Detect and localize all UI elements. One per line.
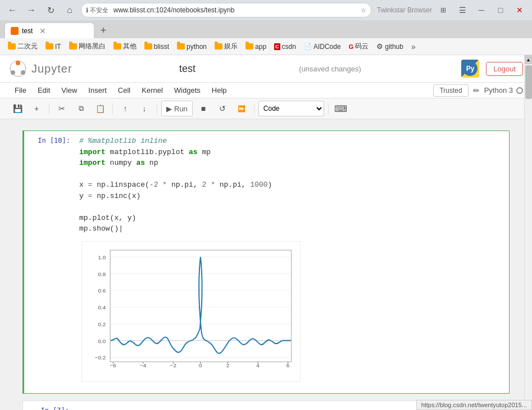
svg-text:0.6: 0.6 <box>98 287 106 294</box>
menu-edit[interactable]: Edit <box>32 84 56 97</box>
restart-run-button[interactable]: ⏩ <box>233 101 250 116</box>
browser-name: Twinkstar Browser <box>377 6 432 14</box>
forward-button[interactable]: → <box>24 2 39 18</box>
new-tab-button[interactable]: + <box>96 22 111 38</box>
save-button[interactable]: 💾 <box>9 101 26 116</box>
svg-text:0.0: 0.0 <box>98 337 106 344</box>
bookmark-网络黑白[interactable]: 网络黑白 <box>66 40 109 53</box>
code-cell-1[interactable]: In [10]: # %matplotlib inline import mat… <box>22 130 510 394</box>
tab-bar: test ✕ + <box>0 20 532 38</box>
menu-kernel[interactable]: Kernel <box>136 84 169 97</box>
header-right: Py Logout <box>461 60 523 78</box>
kernel-name: Python 3 <box>484 86 513 94</box>
menu-cell[interactable]: Cell <box>112 84 136 97</box>
menu-view[interactable]: View <box>56 84 83 97</box>
bookmark-label: 二次元 <box>17 42 38 51</box>
bookmark-python[interactable]: python <box>174 41 210 52</box>
move-down-button[interactable]: ↓ <box>136 101 153 116</box>
menu-bar: File Edit View Insert Cell Kernel Widget… <box>0 83 532 98</box>
bookmark-app[interactable]: app <box>242 41 270 52</box>
bookmark-label: 其他 <box>123 42 137 51</box>
menu-help[interactable]: Help <box>206 84 233 97</box>
bookmark-IT[interactable]: IT <box>42 41 65 52</box>
svg-text:0.4: 0.4 <box>98 304 106 310</box>
run-label: Run <box>174 105 188 113</box>
bookmark-github[interactable]: ⚙ github <box>373 40 407 52</box>
trusted-button[interactable]: Trusted <box>433 84 468 97</box>
folder-icon <box>8 43 16 49</box>
bookmark-二次元[interactable]: 二次元 <box>4 40 41 53</box>
toolbar: 💾 + ✂ ⧉ 📋 ↑ ↓ ▶ Run ■ ↺ ⏩ Code Markdown … <box>0 98 532 119</box>
settings-button[interactable]: ☰ <box>454 2 470 18</box>
bookmark-娱乐[interactable]: 娱乐 <box>211 40 241 53</box>
python-logo: Py <box>461 60 479 78</box>
svg-text:Py: Py <box>466 65 475 73</box>
refresh-button[interactable]: ↻ <box>43 2 58 18</box>
svg-text:1.0: 1.0 <box>98 254 106 260</box>
scrollbar-area <box>525 64 532 401</box>
cell-content-1[interactable]: # %matplotlib inline import matplotlib.p… <box>75 131 509 393</box>
menu-file[interactable]: File <box>9 84 32 97</box>
bookmarks-more-button[interactable]: » <box>408 40 419 53</box>
folder-icon <box>46 43 53 49</box>
bookmark-aidcode[interactable]: 📄 AIDCode <box>301 41 344 52</box>
folder-icon <box>245 43 253 49</box>
bookmark-label: AIDCode <box>313 43 341 51</box>
interrupt-button[interactable]: ■ <box>195 101 212 116</box>
cut-cell-button[interactable]: ✂ <box>53 101 70 116</box>
copy-cell-button[interactable]: ⧉ <box>72 101 89 116</box>
jupyter-logo-icon <box>9 60 27 78</box>
bookmark-blisst[interactable]: blisst <box>141 41 172 52</box>
cell-prompt-1: In [10]: <box>24 131 75 393</box>
cell-prompt-text-2: In [7]: <box>40 407 69 411</box>
restart-button[interactable]: ↺ <box>214 101 231 116</box>
run-button[interactable]: ▶ Run <box>161 101 193 116</box>
bookmark-码云[interactable]: G 码云 <box>345 40 372 53</box>
menu-insert[interactable]: Insert <box>83 84 112 97</box>
svg-text:0.8: 0.8 <box>98 271 106 277</box>
github-icon: ⚙ <box>376 42 383 51</box>
maximize-button[interactable]: □ <box>493 2 508 18</box>
run-icon: ▶ <box>166 105 172 113</box>
tab-test[interactable]: test ✕ <box>4 22 94 38</box>
browser-title-bar: ← → ↻ ⌂ ℹ 不安全 www.blisst.cn:1024/noteboo… <box>0 0 532 20</box>
home-button[interactable]: ⌂ <box>62 2 78 18</box>
toolbar-separator-5 <box>328 103 329 114</box>
notebook-title[interactable]: test <box>179 63 195 75</box>
add-cell-button[interactable]: + <box>28 101 45 116</box>
logout-button[interactable]: Logout <box>486 62 523 76</box>
address-bar[interactable]: ℹ 不安全 www.blisst.cn:1024/notebooks/test.… <box>81 3 371 17</box>
plot-output: 1.0 0.8 0.6 0.4 0.2 <box>79 239 504 384</box>
back-button[interactable]: ← <box>4 2 20 18</box>
star-button[interactable]: ☆ <box>361 7 366 14</box>
bookmarks-bar: 二次元 IT 网络黑白 其他 blisst python 娱乐 app C cs… <box>0 38 532 55</box>
menu-widgets[interactable]: Widgets <box>169 84 206 97</box>
menu-right: Trusted ✏ Python 3 <box>433 84 523 97</box>
tab-close-button[interactable]: ✕ <box>38 26 47 35</box>
bookmark-label: IT <box>55 43 61 51</box>
minimize-button[interactable]: ─ <box>474 2 489 18</box>
bookmark-其他[interactable]: 其他 <box>110 40 140 53</box>
aidcode-icon: 📄 <box>304 43 312 50</box>
cell-type-select[interactable]: Code Markdown Raw NBConvert <box>258 101 324 116</box>
bookmark-label: github <box>385 43 403 51</box>
keyboard-shortcuts-button[interactable]: ⌨ <box>333 101 349 116</box>
bookmark-label: python <box>187 43 207 51</box>
insecure-icon: ℹ <box>86 7 88 14</box>
move-up-button[interactable]: ↑ <box>117 101 134 116</box>
close-button[interactable]: ✕ <box>512 2 528 18</box>
bookmark-csdn[interactable]: C csdn <box>271 41 299 52</box>
cell-prompt-text: In [10]: <box>38 137 70 145</box>
scrollbar-thumb[interactable] <box>525 65 532 99</box>
jupyter-logo-text: Jupyter <box>31 62 72 75</box>
code-editor-1[interactable]: # %matplotlib inline import matplotlib.p… <box>79 136 504 235</box>
address-text: www.blisst.cn:1024/notebooks/test.ipynb <box>113 6 234 14</box>
kernel-status-icon <box>516 87 523 94</box>
toolbar-separator-1 <box>49 103 49 114</box>
scroll-up-button[interactable]: ▲ <box>525 55 533 64</box>
sinc-plot: 1.0 0.8 0.6 0.4 0.2 <box>81 241 301 382</box>
svg-text:0.2: 0.2 <box>98 321 106 327</box>
folder-icon <box>177 43 185 49</box>
paste-cell-button[interactable]: 📋 <box>92 101 108 116</box>
extensions-button[interactable]: ⊞ <box>435 2 451 18</box>
